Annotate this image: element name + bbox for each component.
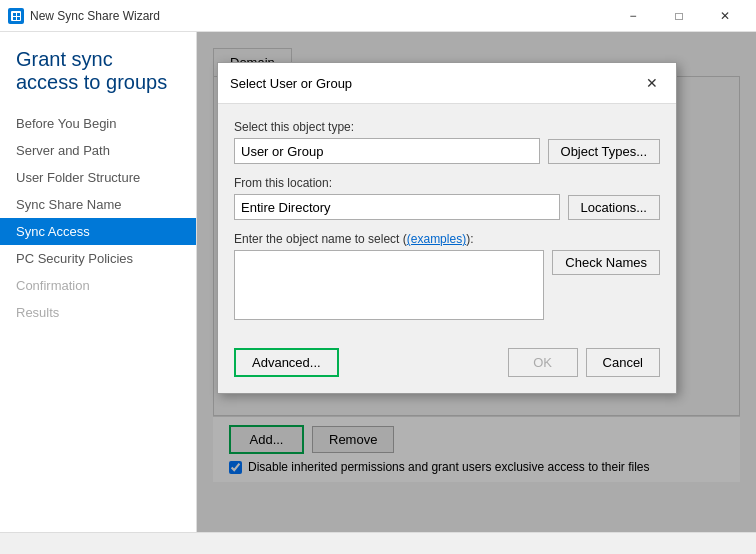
- sidebar-item-server-and-path[interactable]: Server and Path: [0, 137, 196, 164]
- modal-body: Select this object type: Object Types...…: [218, 104, 676, 348]
- sidebar-item-sync-access[interactable]: Sync Access: [0, 218, 196, 245]
- check-names-button[interactable]: Check Names: [552, 250, 660, 275]
- modal-overlay: Select User or Group ✕ Select this objec…: [197, 32, 756, 532]
- app-icon: [8, 8, 24, 24]
- main-window: New Sync Share Wizard − □ ✕ Grant sync a…: [0, 0, 756, 554]
- window-controls: − □ ✕: [610, 0, 748, 32]
- content-area: Grant sync access to groups Before You B…: [0, 32, 756, 532]
- sidebar: Grant sync access to groups Before You B…: [0, 32, 196, 532]
- page-title: Grant sync access to groups: [0, 48, 196, 110]
- sidebar-item-user-folder-structure[interactable]: User Folder Structure: [0, 164, 196, 191]
- status-bar-text: [8, 536, 21, 551]
- modal-title-bar: Select User or Group ✕: [218, 63, 676, 104]
- svg-rect-3: [13, 17, 16, 20]
- object-name-label: Enter the object name to select ((exampl…: [234, 232, 660, 246]
- sidebar-item-before-you-begin[interactable]: Before You Begin: [0, 110, 196, 137]
- object-types-button[interactable]: Object Types...: [548, 139, 660, 164]
- location-label: From this location:: [234, 176, 660, 190]
- svg-rect-4: [17, 17, 20, 20]
- location-input[interactable]: [234, 194, 560, 220]
- object-name-area: [234, 250, 544, 320]
- sidebar-item-results: Results: [0, 299, 196, 326]
- modal-close-button[interactable]: ✕: [640, 71, 664, 95]
- object-type-row: Object Types...: [234, 138, 660, 164]
- close-button[interactable]: ✕: [702, 0, 748, 32]
- title-bar: New Sync Share Wizard − □ ✕: [0, 0, 756, 32]
- sidebar-item-sync-share-name[interactable]: Sync Share Name: [0, 191, 196, 218]
- select-user-group-dialog: Select User or Group ✕ Select this objec…: [217, 62, 677, 394]
- advanced-button[interactable]: Advanced...: [234, 348, 339, 377]
- sidebar-item-pc-security-policies[interactable]: PC Security Policies: [0, 245, 196, 272]
- enter-label-text: Enter the object name to select: [234, 232, 399, 246]
- main-area: Domain Add... Remove Disable inherited p…: [196, 32, 756, 532]
- object-type-label: Select this object type:: [234, 120, 660, 134]
- object-type-input[interactable]: [234, 138, 540, 164]
- maximize-button[interactable]: □: [656, 0, 702, 32]
- location-row: Locations...: [234, 194, 660, 220]
- sidebar-item-confirmation: Confirmation: [0, 272, 196, 299]
- examples-link[interactable]: (examples): [407, 232, 466, 246]
- object-name-row: Check Names: [234, 250, 660, 320]
- locations-button[interactable]: Locations...: [568, 195, 661, 220]
- modal-title: Select User or Group: [230, 76, 352, 91]
- cancel-button[interactable]: Cancel: [586, 348, 660, 377]
- minimize-button[interactable]: −: [610, 0, 656, 32]
- modal-footer: Advanced... OK Cancel: [218, 348, 676, 393]
- status-bar: [0, 532, 756, 554]
- ok-button[interactable]: OK: [508, 348, 578, 377]
- window-title: New Sync Share Wizard: [30, 9, 610, 23]
- svg-rect-1: [13, 13, 16, 16]
- object-name-input[interactable]: [234, 250, 544, 320]
- svg-rect-2: [17, 13, 20, 16]
